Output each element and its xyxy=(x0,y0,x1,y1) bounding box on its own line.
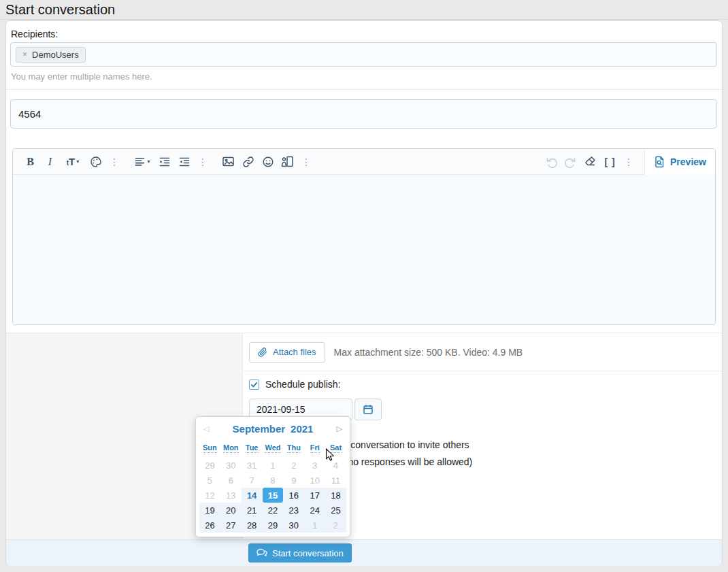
calendar-day[interactable]: 30 xyxy=(283,518,304,533)
chevron-down-icon: ▾ xyxy=(147,158,150,165)
schedule-publish-row: Schedule publish: xyxy=(249,379,341,390)
outdent-icon xyxy=(178,156,191,168)
link-icon xyxy=(242,156,254,168)
calendar-day: 1 xyxy=(263,458,284,473)
remove-recipient-icon[interactable]: × xyxy=(22,50,27,59)
date-picker-button[interactable] xyxy=(354,399,382,420)
calendar-day[interactable]: 17 xyxy=(304,488,325,503)
calendar-day: 8 xyxy=(263,473,284,488)
calendar-day[interactable]: 16 xyxy=(283,488,304,503)
attach-files-button[interactable]: Attach files xyxy=(249,342,325,363)
calendar-day[interactable]: 21 xyxy=(242,503,263,518)
insert-image-button[interactable] xyxy=(218,149,238,175)
emoji-button[interactable] xyxy=(258,149,278,175)
date-picker-popup: ◁ ▷ September 2021 Sun Mon Tue Wed Thu F… xyxy=(195,416,350,537)
start-conversation-page: Start conversation Recipients: × DemoUse… xyxy=(0,0,728,572)
dow-wed[interactable]: Wed xyxy=(265,443,280,453)
calendar-day[interactable]: 18 xyxy=(325,488,346,503)
rich-text-editor: B I tT ▾ ⋮ xyxy=(12,148,716,325)
calendar-day[interactable]: 25 xyxy=(325,503,346,518)
indent-button[interactable] xyxy=(154,149,174,175)
calendar-day: 12 xyxy=(199,488,220,503)
chevron-down-icon: ▾ xyxy=(76,158,79,165)
dow-fri[interactable]: Fri xyxy=(310,443,320,453)
calendar-day[interactable]: 14 xyxy=(242,488,263,503)
calendar-day[interactable]: 29 xyxy=(263,518,284,533)
calendar-day[interactable]: 20 xyxy=(220,503,242,518)
indent-icon xyxy=(159,156,171,168)
toolbar-left-group: B I tT ▾ ⋮ xyxy=(13,149,322,174)
align-button[interactable]: ▾ xyxy=(130,149,154,175)
editor-toolbar: B I tT ▾ ⋮ xyxy=(13,149,715,175)
italic-button[interactable]: I xyxy=(40,149,60,175)
dow-thu[interactable]: Thu xyxy=(287,443,301,453)
calendar-day[interactable]: 15 xyxy=(263,488,284,503)
schedule-publish-label: Schedule publish: xyxy=(265,379,341,390)
calendar-day: 4 xyxy=(325,458,346,473)
attach-files-label: Attach files xyxy=(273,347,316,357)
dow-sun[interactable]: Sun xyxy=(203,443,217,453)
recipient-tag: × DemoUsers xyxy=(16,47,86,63)
calendar-day[interactable]: 28 xyxy=(242,518,263,533)
redo-button[interactable] xyxy=(561,149,580,175)
calendar-day: 2 xyxy=(283,458,304,473)
calendar-day: 2 xyxy=(325,518,346,533)
calendar-day: 7 xyxy=(242,473,263,488)
palette-icon xyxy=(90,156,102,168)
calendar-day: 9 xyxy=(283,473,304,488)
calendar-day: 30 xyxy=(220,458,242,473)
recipients-label: Recipients: xyxy=(11,29,58,39)
calendar-day: 31 xyxy=(242,458,263,473)
calendar-day: 10 xyxy=(304,473,325,488)
calendar-day[interactable]: 24 xyxy=(304,503,325,518)
recipients-block: Recipients: × DemoUsers You may enter mu… xyxy=(6,21,722,90)
calendar-day: 29 xyxy=(199,458,220,473)
start-conversation-form: Recipients: × DemoUsers You may enter mu… xyxy=(5,20,723,566)
font-size-button[interactable]: tT ▾ xyxy=(60,149,86,175)
insert-media-button[interactable] xyxy=(278,149,297,175)
insert-link-button[interactable] xyxy=(238,149,258,175)
more-tools-button[interactable]: ⋮ xyxy=(623,149,634,175)
editor-content-area[interactable] xyxy=(13,175,715,324)
text-color-button[interactable] xyxy=(86,149,105,175)
more-text-options-button[interactable]: ⋮ xyxy=(109,149,120,175)
undo-button[interactable] xyxy=(541,149,561,175)
attachment-limit-text: Max attachment size: 500 KB. Video: 4.9 … xyxy=(334,347,523,358)
calendar-day: 6 xyxy=(220,473,242,488)
image-icon xyxy=(222,155,235,168)
toggle-bbcode-button[interactable]: [ ] xyxy=(600,149,620,175)
calendar-day[interactable]: 27 xyxy=(220,518,242,533)
check-icon xyxy=(250,381,258,388)
smiley-icon xyxy=(262,156,274,168)
paperclip-icon xyxy=(258,348,267,357)
schedule-publish-checkbox[interactable] xyxy=(249,380,259,390)
calendar-day-headers: Sun Mon Tue Wed Thu Fri Sat xyxy=(199,443,346,453)
remove-formatting-button[interactable] xyxy=(580,149,600,175)
more-paragraph-options-button[interactable]: ⋮ xyxy=(197,149,208,175)
more-insert-options-button[interactable]: ⋮ xyxy=(301,149,312,175)
start-conversation-button[interactable]: Start conversation xyxy=(248,543,352,562)
calendar-day: 3 xyxy=(304,458,325,473)
calendar-day: 11 xyxy=(325,473,346,488)
dow-sat[interactable]: Sat xyxy=(330,443,342,453)
outdent-button[interactable] xyxy=(174,149,194,175)
recipients-input[interactable]: × DemoUsers xyxy=(10,42,717,67)
conversation-title-input[interactable] xyxy=(10,99,717,129)
media-icon xyxy=(281,155,294,168)
calendar-day: 1 xyxy=(304,518,325,533)
calendar-day[interactable]: 22 xyxy=(263,503,284,518)
preview-label: Preview xyxy=(670,156,706,167)
page-title: Start conversation xyxy=(5,0,115,19)
header-divider xyxy=(0,19,728,20)
bold-button[interactable]: B xyxy=(20,149,40,175)
calendar-month: September xyxy=(233,423,286,435)
calendar-day[interactable]: 26 xyxy=(199,518,220,533)
toolbar-right-group: [ ] ⋮ Preview xyxy=(541,149,715,174)
calendar-day[interactable]: 19 xyxy=(199,503,220,518)
dow-tue[interactable]: Tue xyxy=(246,443,259,453)
eraser-icon xyxy=(584,155,597,168)
calendar-day[interactable]: 23 xyxy=(283,503,304,518)
preview-button[interactable]: Preview xyxy=(644,149,715,175)
dow-mon[interactable]: Mon xyxy=(223,443,239,453)
calendar-day: 13 xyxy=(220,488,242,503)
